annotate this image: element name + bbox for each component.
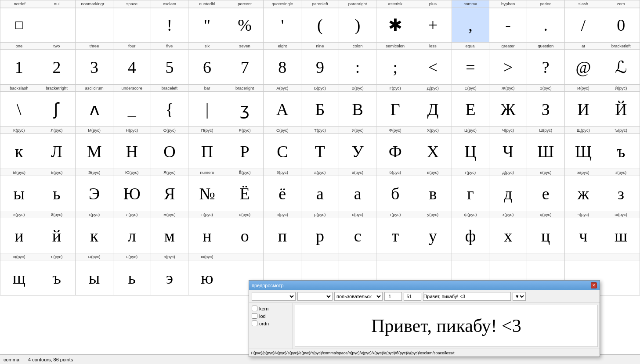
size-spinbox-1[interactable] [384,292,402,301]
glyph-l-rus[interactable]: л [113,218,151,253]
glyph-T-rus[interactable]: Т [301,134,339,169]
glyph-V-rus[interactable]: В [339,92,376,127]
glyph-yu-small-rus[interactable]: ю [188,260,226,296]
glyph-B-rus[interactable]: Б [301,92,339,127]
glyph-L-rus[interactable]: Л [38,134,76,169]
glyph-k-rus[interactable]: к [76,218,113,253]
glyph-kh-rus[interactable]: х [489,218,527,253]
size-spinbox-2[interactable] [404,292,421,301]
glyph-null[interactable] [38,7,76,43]
glyph-G-rus[interactable]: Г [376,92,414,127]
glyph-seven[interactable]: 7 [226,50,264,85]
dialog-close-button[interactable]: ✕ [591,282,597,288]
glyph-N-rus[interactable]: Н [113,134,151,169]
glyph-percent[interactable]: % [226,7,264,43]
glyph-colon[interactable]: : [339,50,376,85]
glyph-comma[interactable]: , [452,7,489,43]
glyph-M-rus[interactable]: М [76,134,113,169]
ordn-checkbox[interactable] [252,321,257,326]
preview-mode-select[interactable]: ▼ [513,292,526,301]
glyph-parenleft[interactable]: ( [301,7,339,43]
glyph-ch-rus[interactable]: ч [564,218,602,253]
glyph-yeru-small-rus[interactable]: ы [76,260,113,296]
glyph-g-rus[interactable]: г [452,176,489,211]
glyph-equal[interactable]: = [452,50,489,85]
glyph-yi-rus[interactable]: й [38,218,76,253]
glyph-ts-rus[interactable]: ц [527,218,564,253]
font-select[interactable] [252,292,296,301]
glyph-b-rus[interactable]: б [376,176,414,211]
glyph-hyphen[interactable]: - [489,7,527,43]
glyph-d-rus[interactable]: д [489,176,527,211]
glyph-Yu-rus[interactable]: Ю [113,176,151,211]
glyph-ee-small-rus[interactable]: э [151,260,188,296]
glyph-Yi-rus[interactable]: Й [602,92,640,127]
glyph-Kh-rus[interactable]: Х [414,134,452,169]
glyph-E-rus[interactable]: Е [452,92,489,127]
glyph-sh-rus[interactable]: ш [602,218,640,253]
glyph-nonmarking[interactable] [76,7,113,43]
glyph-zero[interactable]: 0 [602,7,640,43]
glyph-Ch-rus[interactable]: Ч [489,134,527,169]
glyph-asciicirum[interactable]: ʌ [76,92,113,127]
glyph-exclam[interactable]: ! [151,7,188,43]
glyph-o-rus[interactable]: о [226,218,264,253]
glyph-Sh-rus[interactable]: Ш [527,134,564,169]
glyph-underscore[interactable]: _ [113,92,151,127]
glyph-K-rus[interactable]: к [0,134,38,169]
glyph-plus[interactable]: + [414,7,452,43]
glyph-one[interactable]: 1 [0,50,38,85]
glyph-z-rus[interactable]: з [602,176,640,211]
glyph-bracketleft[interactable]: ℒ [602,50,640,85]
glyph-semicolon[interactable]: ; [376,50,414,85]
glyph-Z-rus[interactable]: З [527,92,564,127]
glyph-D-rus[interactable]: Д [414,92,452,127]
glyph-question[interactable]: ? [527,50,564,85]
glyph-bracketright[interactable]: ʃ [38,92,76,127]
glyph-five[interactable]: 5 [151,50,188,85]
kern-checkbox-label[interactable]: kern [252,306,290,311]
glyph-two[interactable]: 2 [38,50,76,85]
glyph-numero[interactable]: № [188,176,226,211]
glyph-t-rus[interactable]: т [376,218,414,253]
glyph-bar[interactable]: | [188,92,226,127]
glyph-Soft-rus[interactable]: ь [38,176,76,211]
glyph-Shch-rus[interactable]: Щ [564,134,602,169]
lod-checkbox[interactable] [252,313,257,319]
glyph-yo-rus[interactable]: ё [264,176,301,211]
script-select[interactable]: пользовательск [334,292,383,301]
glyph-O-rus[interactable]: О [151,134,188,169]
glyph-Zh-rus[interactable]: Ж [489,92,527,127]
glyph-U-rus[interactable]: У [339,134,376,169]
glyph-soft-small-rus[interactable]: ь [113,260,151,296]
glyph-i-rus[interactable]: и [0,218,38,253]
glyph-p-rus[interactable]: п [264,218,301,253]
glyph-R-rus[interactable]: Р [226,134,264,169]
lod-checkbox-label[interactable]: lod [252,313,290,319]
glyph-eight[interactable]: 8 [264,50,301,85]
glyph-u-rus[interactable]: у [414,218,452,253]
glyph-three[interactable]: 3 [76,50,113,85]
glyph-nine[interactable]: 9 [301,50,339,85]
glyph-a-rus-cap[interactable]: а [301,176,339,211]
glyph-a-rus[interactable]: a [339,176,376,211]
glyph-space[interactable] [113,7,151,43]
glyph-A-rus[interactable]: А [264,92,301,127]
glyph-f-rus[interactable]: ф [452,218,489,253]
glyph-Yo-rus[interactable]: Ё [226,176,264,211]
glyph-F-rus[interactable]: Ф [376,134,414,169]
glyph-hard-small-rus[interactable]: ъ [38,260,76,296]
ordn-checkbox-label[interactable]: ordn [252,321,290,326]
glyph-I-rus[interactable]: И [564,92,602,127]
glyph-backslash[interactable]: \ [0,92,38,127]
glyph-asterisk[interactable]: ✱ [376,7,414,43]
glyph-slash[interactable]: / [564,7,602,43]
glyph-six[interactable]: 6 [188,50,226,85]
glyph-e-rus[interactable]: е [527,176,564,211]
glyph-braceleft[interactable]: { [151,92,188,127]
kern-checkbox[interactable] [252,306,257,311]
glyph-Ee-rus[interactable]: Э [76,176,113,211]
glyph-braceright[interactable]: ʒ [226,92,264,127]
glyph-Ts-rus[interactable]: Ц [452,134,489,169]
glyph-zh-rus[interactable]: ж [564,176,602,211]
